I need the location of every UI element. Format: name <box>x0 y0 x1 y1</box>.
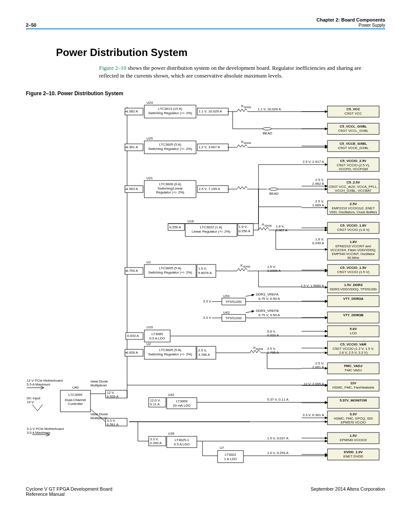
svg-text:20 mA LDO: 20 mA LDO <box>173 404 190 408</box>
svg-text:U42: U42 <box>168 393 174 397</box>
svg-text:BEAD: BEAD <box>269 192 279 196</box>
svg-text:1.5 V, 0.037 A: 1.5 V, 0.037 A <box>267 436 289 440</box>
svg-text:LCD: LCD <box>350 331 357 335</box>
svg-text:0.256 A: 0.256 A <box>239 229 251 233</box>
footer-right: September 2014 Altera Corporation <box>311 486 385 497</box>
svg-text:C5GT VCCIO (1.5 V): C5GT VCCIO (1.5 V) <box>337 270 370 274</box>
svg-text:FMC VADJ: FMC VADJ <box>345 368 361 372</box>
svg-text:1.5V: 1.5V <box>350 434 357 438</box>
svg-text:3.3 V,: 3.3 V, <box>107 419 115 423</box>
svg-text:3.0 A Maximum: 3.0 A Maximum <box>27 431 50 435</box>
svg-text:R: R <box>262 223 264 226</box>
svg-text:R: R <box>241 140 243 143</box>
svg-text:C5GT VCCIO (2.5 V),: C5GT VCCIO (2.5 V), <box>336 163 370 167</box>
svg-text:12.0 V,: 12.0 V, <box>150 398 161 402</box>
svg-text:U53: U53 <box>223 294 230 298</box>
power-distribution-diagram: C5_VCCC5GT VCCC5_VCCL_GXBLC5GT VCCL_GXBL… <box>26 101 385 467</box>
svg-text:50 MHz: 50 MHz <box>347 256 359 260</box>
svg-text:LTC3608 (8 A): LTC3608 (8 A) <box>159 182 181 186</box>
svg-text:VCCPD, VCCPGM: VCCPD, VCCPGM <box>339 167 368 171</box>
svg-text:0.033 A: 0.033 A <box>267 333 279 337</box>
svg-text:1.8 V,: 1.8 V, <box>276 224 284 228</box>
footer-left: Cyclone V GT FPGA Development BoardRefer… <box>26 486 112 497</box>
svg-point-137 <box>263 128 271 130</box>
svg-text:5.6076 A: 5.6076 A <box>198 271 212 275</box>
svg-text:C5GT VCC: C5GT VCC <box>345 112 362 115</box>
svg-text:1.8V: 1.8V <box>350 240 357 244</box>
svg-text:3.3V: 3.3V <box>350 412 357 416</box>
svg-text:5.0 V,: 5.0 V, <box>267 330 276 333</box>
svg-text:Multiplexer: Multiplexer <box>90 383 107 387</box>
intro-paragraph: Figure 2–10 shows the power distribution… <box>99 64 381 80</box>
svg-text:U10: U10 <box>146 325 153 329</box>
svg-text:LTC3605 (5 A): LTC3605 (5 A) <box>159 348 181 352</box>
svg-text:3.3 V: 3.3 V <box>203 299 211 303</box>
svg-text:0.754 A: 0.754 A <box>126 269 138 273</box>
svg-text:C5GT VCCL_GXBL: C5GT VCCL_GXBL <box>338 129 369 133</box>
svg-text:1.2 V, 3.067 A: 1.2 V, 3.067 A <box>199 145 220 149</box>
svg-text:Switching Regulator (+/- 2%): Switching Regulator (+/- 2%) <box>148 147 192 151</box>
svg-text:1.8 V,: 1.8 V, <box>315 237 324 241</box>
svg-text:12V: 12V <box>350 381 357 385</box>
svg-text:U24: U24 <box>146 101 153 105</box>
svg-text:1.082 A: 1.082 A <box>126 109 138 113</box>
svg-text:DC Input: DC Input <box>27 396 40 400</box>
page-number: 2–50 <box>26 22 36 28</box>
svg-text:R: R <box>241 105 243 108</box>
svg-text:Multiplexer: Multiplexer <box>90 416 107 420</box>
svg-text:3.3 V PCIe Motherboard: 3.3 V PCIe Motherboard <box>27 427 64 431</box>
svg-text:0.5 A LDO: 0.5 A LDO <box>149 336 165 340</box>
svg-text:Linear Regulator (+/- 2%): Linear Regulator (+/- 2%) <box>192 230 230 233</box>
svg-text:2.001 A: 2.001 A <box>312 365 324 369</box>
svg-text:1.8 V, 2.5 V, 3.3 V): 1.8 V, 2.5 V, 3.3 V) <box>339 351 367 355</box>
svg-text:2.5 V, 2.917 A: 2.5 V, 2.917 A <box>302 160 324 164</box>
svg-text:1.785 A: 1.785 A <box>267 351 279 355</box>
svg-text:C5GT VCCIO (1.8 V): C5GT VCCIO (1.8 V) <box>337 228 370 232</box>
svg-text:ENET DVDD: ENET DVDD <box>343 454 363 458</box>
svg-text:0.5 A LDO: 0.5 A LDO <box>174 442 190 446</box>
svg-text:6.591 A: 6.591 A <box>107 423 119 426</box>
svg-text:1.0 V, 0.253 A: 1.0 V, 0.253 A <box>267 451 289 455</box>
svg-text:VTT_DDR3B: VTT_DDR3B <box>343 313 363 317</box>
svg-text:2.5 V,: 2.5 V, <box>315 199 324 203</box>
svg-text:SENSE: SENSE <box>265 224 272 227</box>
svg-text:DDR3_VREFB: DDR3_VREFB <box>256 309 279 313</box>
svg-text:12 V PCIe Motherboard: 12 V PCIe Motherboard <box>27 379 63 383</box>
svg-text:Switching Regulator (+/- 2%): Switching Regulator (+/- 2%) <box>148 352 192 356</box>
svg-text:5.0V: 5.0V <box>350 327 357 331</box>
svg-text:Switching/Linear: Switching/Linear <box>158 187 183 190</box>
svg-text:C5_VCCE_GXBL: C5_VCCE_GXBL <box>339 142 367 146</box>
page-header: 2–50 Chapter 2: Board Components Power S… <box>26 17 385 29</box>
svg-text:1.563 A: 1.563 A <box>126 187 138 191</box>
svg-text:EPM540 VCCIO2: EPM540 VCCIO2 <box>340 438 367 442</box>
svg-text:BEAD: BEAD <box>263 131 272 135</box>
svg-text:0.928 A: 0.928 A <box>126 351 138 355</box>
svg-text:19 V: 19 V <box>27 400 34 404</box>
svg-text:1.5 V,: 1.5 V, <box>267 265 276 269</box>
svg-text:5.37V_MONITOR: 5.37V_MONITOR <box>340 398 367 402</box>
svg-text:0.033 A: 0.033 A <box>127 334 139 338</box>
svg-text:Ideal Diode: Ideal Diode <box>90 412 108 416</box>
svg-text:FMC_VADJ: FMC_VADJ <box>344 364 363 368</box>
figure-link[interactable]: Figure 2–10 <box>99 65 126 71</box>
svg-text:0.75 V, 0.50 A: 0.75 V, 0.50 A <box>258 313 280 317</box>
svg-text:LTC3022 (1 A): LTC3022 (1 A) <box>200 225 222 229</box>
svg-text:U25: U25 <box>146 137 153 140</box>
svg-text:U43: U43 <box>223 311 230 314</box>
svg-text:EMP540 VCCINT, Oscillator: EMP540 VCCINT, Oscillator <box>332 252 375 256</box>
svg-text:0.290 A: 0.290 A <box>150 441 162 445</box>
svg-text:6.926 A: 6.926 A <box>107 395 119 398</box>
svg-text:EPM570 VCCIO: EPM570 VCCIO <box>341 420 366 424</box>
svg-text:LT3025-1: LT3025-1 <box>174 438 189 442</box>
svg-text:C5_2.5V: C5_2.5V <box>346 180 360 184</box>
svg-text:LTC3613 (15 A): LTC3613 (15 A) <box>158 107 182 111</box>
svg-text:LTC3605 (5 A): LTC3605 (5 A) <box>159 266 181 270</box>
svg-text:LTC3605 (5 A): LTC3605 (5 A) <box>159 143 181 146</box>
svg-text:Switching Regulator (+/- 2%): Switching Regulator (+/- 2%) <box>148 271 192 274</box>
svg-text:C5_VCCIO_VAR: C5_VCCIO_VAR <box>340 342 367 346</box>
svg-text:0.361 A: 0.361 A <box>126 145 138 149</box>
svg-text:Dual-Channel: Dual-Channel <box>65 398 86 402</box>
svg-text:VCCH_GXBL, VCCBAT: VCCH_GXBL, VCCBAT <box>335 189 372 193</box>
svg-text:HSMC, FMC, Fan/Heatsink: HSMC, FMC, Fan/Heatsink <box>333 386 375 389</box>
svg-text:U40: U40 <box>72 386 79 389</box>
